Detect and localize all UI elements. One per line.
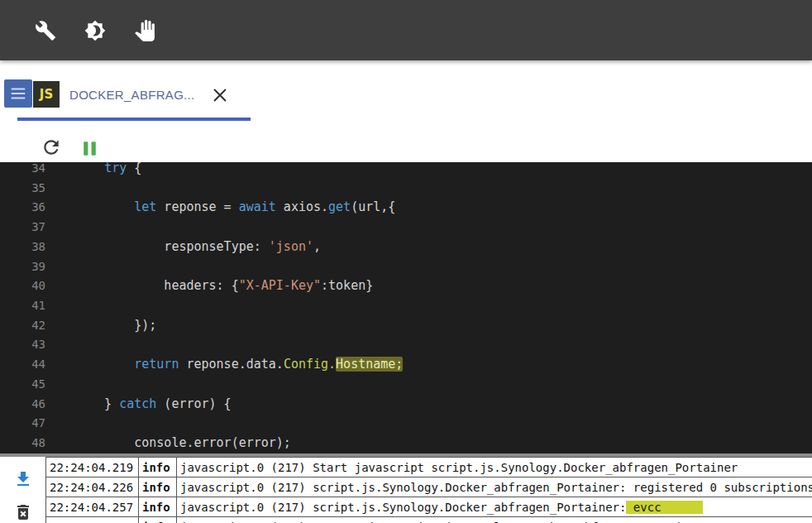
- line-number[interactable]: 43: [0, 335, 45, 355]
- code-line[interactable]: 34 try {: [0, 162, 812, 179]
- line-number[interactable]: 37: [0, 218, 45, 238]
- log-row: 22:24:04.346infojavascript.0 (217) Stop …: [46, 517, 812, 523]
- code-text: responseType: 'json',: [74, 238, 321, 257]
- code-token: 'json': [269, 239, 313, 254]
- code-token: (error) {: [156, 396, 231, 411]
- line-number[interactable]: 41: [0, 296, 45, 316]
- code-line[interactable]: 40 headers: {"X-API-Key":token}: [0, 276, 812, 296]
- log-level-badge: info: [139, 517, 177, 523]
- line-number[interactable]: 42: [0, 316, 45, 336]
- pause-icon: [79, 138, 100, 159]
- hand-icon-glyph: [134, 20, 155, 41]
- code-token: [74, 199, 134, 214]
- code-token: }: [74, 396, 119, 411]
- code-line[interactable]: 36 let reponse = await axios.get(url,{: [0, 198, 812, 218]
- log-text: javascript.0 (217) Start javascript scri…: [180, 461, 738, 474]
- code-token: [74, 357, 134, 372]
- log-level-badge: info: [139, 458, 177, 477]
- code-text: return reponse.data.Config.Hostname;: [74, 355, 403, 375]
- code-line[interactable]: 45: [0, 375, 812, 395]
- code-token: headers: {: [74, 278, 239, 293]
- brightness-toggle-icon[interactable]: [77, 12, 113, 49]
- log-message: javascript.0 (217) script.js.Synology.Do…: [177, 497, 812, 516]
- code-line[interactable]: 47: [0, 414, 812, 434]
- log-text: javascript.0 (217) script.js.Synology.Do…: [180, 501, 626, 514]
- line-number[interactable]: 34: [0, 162, 45, 179]
- line-number[interactable]: 45: [0, 375, 45, 395]
- wrench-icon[interactable]: [27, 12, 64, 49]
- line-number[interactable]: 40: [0, 276, 45, 296]
- hand-icon[interactable]: [127, 12, 163, 49]
- code-token: responseType:: [74, 239, 269, 254]
- code-token: });: [74, 318, 156, 333]
- code-token: catch: [119, 396, 156, 411]
- code-text: } catch (error) {: [74, 395, 232, 415]
- code-token: ,: [313, 239, 321, 254]
- line-number[interactable]: 39: [0, 257, 45, 277]
- line-number[interactable]: 44: [0, 355, 45, 375]
- refresh-button[interactable]: [39, 135, 64, 160]
- log-rows: 22:24:04.219infojavascript.0 (217) Start…: [45, 457, 812, 523]
- code-text: console.error(error);: [74, 434, 291, 453]
- log-panel: 22:24:04.219infojavascript.0 (217) Start…: [0, 457, 812, 523]
- match-highlight: Hostname;: [336, 357, 403, 372]
- code-token: {: [127, 162, 141, 175]
- line-number[interactable]: 48: [0, 434, 45, 453]
- top-app-bar: [0, 0, 812, 60]
- code-text: });: [74, 316, 156, 336]
- code-line[interactable]: 43: [0, 335, 812, 355]
- code-line[interactable]: 39: [0, 257, 812, 277]
- code-token: reponse.data.: [179, 357, 283, 372]
- code-token: console.error(error);: [74, 435, 291, 450]
- log-row: 22:24:04.219infojavascript.0 (217) Start…: [46, 458, 812, 477]
- close-icon: [211, 86, 229, 104]
- close-tab-button[interactable]: [208, 84, 232, 107]
- log-timestamp: 22:24:04.219: [46, 458, 139, 477]
- clear-log-icon[interactable]: [12, 501, 34, 523]
- log-message: javascript.0 (217) script.js.Synology.Do…: [177, 477, 812, 497]
- code-token: (url,{: [351, 199, 395, 214]
- code-text: try {: [74, 162, 141, 179]
- log-timestamp: 22:24:04.226: [46, 477, 139, 497]
- code-line[interactable]: 44 return reponse.data.Config.Hostname;: [0, 355, 812, 375]
- hamburger-icon: [9, 84, 27, 103]
- code-line[interactable]: 46 } catch (error) {: [0, 395, 812, 415]
- code-token: get: [328, 199, 351, 214]
- log-timestamp: 22:24:04.257: [46, 497, 139, 516]
- download-log-icon[interactable]: [12, 468, 34, 490]
- line-number[interactable]: 36: [0, 198, 45, 218]
- javascript-file-icon: JS: [33, 81, 60, 108]
- code-line[interactable]: 35: [0, 179, 812, 199]
- code-line[interactable]: 42 });: [0, 316, 812, 336]
- code-line[interactable]: 37: [0, 218, 812, 238]
- code-lines: 34 try {3536 let reponse = await axios.g…: [0, 162, 812, 453]
- log-toolbar: [0, 457, 45, 523]
- code-token: [74, 162, 104, 175]
- pause-button[interactable]: [77, 136, 102, 161]
- code-editor[interactable]: 34 try {3536 let reponse = await axios.g…: [0, 162, 812, 453]
- line-number[interactable]: 46: [0, 395, 45, 415]
- code-token: await: [239, 199, 276, 214]
- code-token: Config.: [284, 357, 336, 372]
- code-text: let reponse = await axios.get(url,{: [74, 198, 395, 218]
- code-line[interactable]: 48 console.error(error);: [0, 434, 812, 453]
- log-message: javascript.0 (217) Stop script script.js…: [177, 517, 812, 523]
- code-line[interactable]: 41: [0, 296, 812, 316]
- log-timestamp: 22:24:04.346: [46, 517, 139, 523]
- tab-label[interactable]: DOCKER_ABFRAG...: [69, 82, 195, 108]
- line-number[interactable]: 35: [0, 179, 45, 199]
- download-icon-glyph: [13, 469, 33, 489]
- log-message: javascript.0 (217) Start javascript scri…: [177, 458, 812, 477]
- log-level-badge: info: [139, 477, 177, 497]
- trash-icon-glyph: [13, 502, 33, 522]
- search-highlight: evcc: [626, 501, 703, 514]
- menu-toggle-button[interactable]: [4, 79, 32, 108]
- wrench-icon-glyph: [35, 20, 56, 41]
- log-row: 22:24:04.226infojavascript.0 (217) scrip…: [46, 477, 812, 497]
- line-number[interactable]: 47: [0, 414, 45, 434]
- log-text: javascript.0 (217) script.js.Synology.Do…: [180, 481, 812, 494]
- line-number[interactable]: 38: [0, 238, 45, 257]
- active-tab-indicator: [17, 118, 251, 121]
- code-line[interactable]: 38 responseType: 'json',: [0, 238, 812, 257]
- code-token: "X-API-Key": [239, 278, 321, 293]
